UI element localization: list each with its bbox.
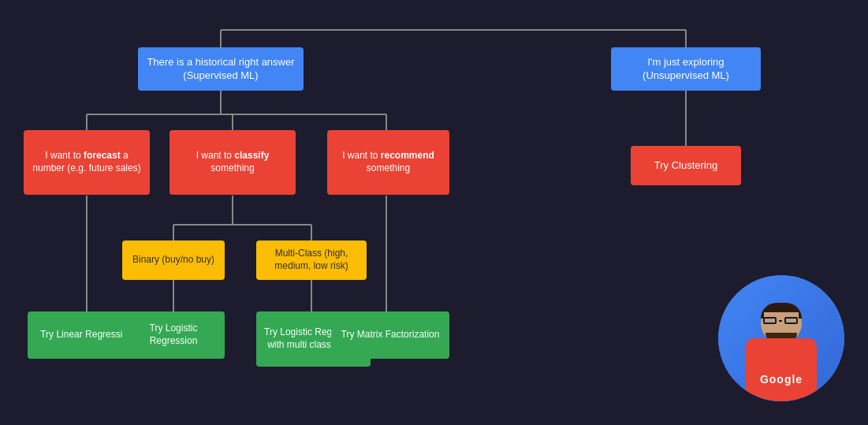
binary-node: Binary (buy/no buy) — [122, 240, 225, 280]
classify-node: I want to classify something — [170, 130, 296, 195]
matrix-factorization-node: Try Matrix Factorization — [331, 311, 449, 359]
multiclass-node: Multi-Class (high, medium, low risk) — [256, 240, 367, 280]
google-label: Google — [760, 373, 803, 386]
forecast-node: I want to forecast a number (e.g. future… — [24, 130, 150, 195]
supervised-node: There is a historical right answer (Supe… — [138, 47, 304, 91]
logistic-regression-node: Try Logistic Regression — [122, 311, 225, 359]
diagram-area: There is a historical right answer (Supe… — [0, 0, 868, 425]
unsupervised-node: I'm just exploring (Unsupervised ML) — [611, 47, 761, 91]
avatar: Google — [718, 275, 844, 401]
recommend-node: I want to recommend something — [327, 130, 449, 195]
clustering-node: Try Clustering — [631, 146, 741, 185]
